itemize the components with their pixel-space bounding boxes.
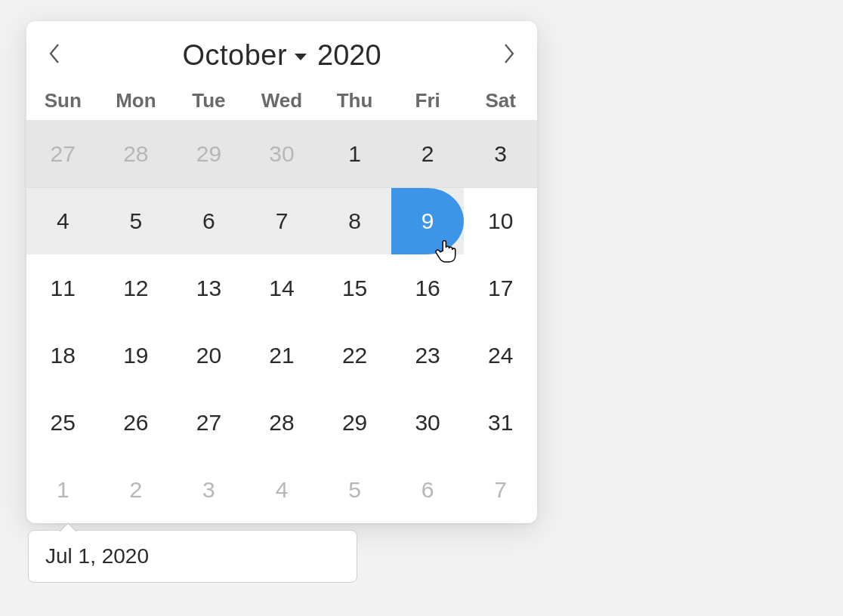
day-number: 30 xyxy=(415,410,440,436)
day-cell[interactable]: 17 xyxy=(464,254,537,322)
day-cell[interactable]: 4 xyxy=(26,187,100,254)
calendar-grid: 2728293012345678910111213141516171819202… xyxy=(26,120,537,523)
day-cell[interactable]: 27 xyxy=(172,389,245,456)
day-cell[interactable]: 15 xyxy=(318,254,391,322)
day-number: 2 xyxy=(422,141,434,167)
day-cell[interactable]: 28 xyxy=(245,389,319,456)
day-cell[interactable]: 24 xyxy=(464,322,537,389)
day-number: 12 xyxy=(123,276,148,301)
day-number: 14 xyxy=(269,276,294,301)
day-cell[interactable]: 30 xyxy=(391,389,465,456)
month-label: October xyxy=(182,39,287,72)
day-number: 5 xyxy=(348,477,361,503)
chevron-right-icon xyxy=(502,42,516,68)
weekday-header: Sun xyxy=(26,89,100,112)
day-cell[interactable]: 6 xyxy=(172,187,245,254)
day-cell[interactable]: 1 xyxy=(318,120,391,187)
date-input[interactable]: Jul 1, 2020 xyxy=(28,530,357,583)
day-number: 5 xyxy=(130,208,143,234)
day-number: 3 xyxy=(202,477,215,503)
day-number: 23 xyxy=(415,343,440,368)
calendar-row: 27282930123 xyxy=(26,120,537,187)
prev-month-button[interactable] xyxy=(36,36,73,74)
day-number: 29 xyxy=(196,141,221,167)
date-picker-popover: October 2020 Sun Mon Tue Wed Thu Fri Sat xyxy=(26,21,537,523)
day-number: 6 xyxy=(202,208,215,234)
day-cell[interactable]: 14 xyxy=(245,254,319,322)
day-number: 31 xyxy=(488,410,513,436)
day-number: 15 xyxy=(342,276,367,301)
day-number: 22 xyxy=(342,343,367,368)
day-number: 9 xyxy=(422,208,434,234)
day-cell[interactable]: 18 xyxy=(26,322,100,389)
day-cell[interactable]: 13 xyxy=(172,254,245,322)
day-cell[interactable]: 5 xyxy=(100,187,173,254)
calendar-row: 1234567 xyxy=(26,456,537,523)
day-cell[interactable]: 6 xyxy=(391,456,465,523)
day-number: 1 xyxy=(57,477,69,503)
chevron-left-icon xyxy=(48,42,61,68)
day-number: 29 xyxy=(342,410,367,436)
day-cell[interactable]: 28 xyxy=(100,120,173,187)
day-cell[interactable]: 29 xyxy=(318,389,391,456)
day-cell[interactable]: 26 xyxy=(100,389,173,456)
day-number: 17 xyxy=(488,276,513,301)
calendar-row: 18192021222324 xyxy=(26,322,537,389)
day-cell[interactable]: 3 xyxy=(464,120,537,187)
day-cell[interactable]: 8 xyxy=(318,187,391,254)
day-cell[interactable]: 21 xyxy=(245,322,319,389)
day-cell[interactable]: 7 xyxy=(464,456,537,523)
day-cell[interactable]: 11 xyxy=(26,254,100,322)
day-cell[interactable]: 29 xyxy=(172,120,245,187)
day-cell[interactable]: 30 xyxy=(245,120,319,187)
day-cell[interactable]: 5 xyxy=(318,456,391,523)
day-number: 25 xyxy=(51,410,76,436)
weekday-header: Tue xyxy=(172,89,245,112)
day-number: 1 xyxy=(348,141,361,167)
day-number: 4 xyxy=(276,477,289,503)
day-number: 21 xyxy=(269,343,294,368)
next-month-button[interactable] xyxy=(490,36,528,74)
day-number: 8 xyxy=(348,208,361,234)
day-cell[interactable]: 27 xyxy=(26,120,100,187)
day-cell[interactable]: 31 xyxy=(464,389,537,456)
day-cell[interactable]: 3 xyxy=(172,456,245,523)
day-cell[interactable]: 9 xyxy=(391,187,465,254)
day-cell[interactable]: 16 xyxy=(391,254,465,322)
day-cell[interactable]: 20 xyxy=(172,322,245,389)
weekday-header: Thu xyxy=(318,89,391,112)
day-number: 28 xyxy=(269,410,294,436)
day-cell[interactable]: 2 xyxy=(391,120,465,187)
day-number: 19 xyxy=(123,343,148,368)
day-cell[interactable]: 22 xyxy=(318,322,391,389)
day-cell[interactable]: 19 xyxy=(100,322,173,389)
day-number: 24 xyxy=(488,343,513,368)
day-number: 10 xyxy=(488,208,513,234)
day-number: 20 xyxy=(196,343,221,368)
popover-arrow xyxy=(60,524,76,531)
day-number: 2 xyxy=(130,477,143,503)
day-number: 4 xyxy=(57,208,69,234)
day-cell[interactable]: 1 xyxy=(26,456,100,523)
day-number: 11 xyxy=(51,276,76,301)
day-number: 7 xyxy=(494,477,507,503)
day-cell[interactable]: 25 xyxy=(26,389,100,456)
day-number: 26 xyxy=(123,410,148,436)
day-cell[interactable]: 4 xyxy=(245,456,319,523)
day-number: 6 xyxy=(422,477,434,503)
calendar-row: 11121314151617 xyxy=(26,254,537,322)
calendar-row: 45678910 xyxy=(26,187,537,254)
day-number: 30 xyxy=(269,141,294,167)
calendar-header: October 2020 xyxy=(26,21,537,89)
month-select[interactable]: October xyxy=(182,39,307,72)
year-select[interactable]: 2020 xyxy=(317,39,381,72)
day-cell[interactable]: 12 xyxy=(100,254,173,322)
date-input-value: Jul 1, 2020 xyxy=(45,544,149,568)
calendar-row: 25262728293031 xyxy=(26,389,537,456)
weekday-header: Mon xyxy=(100,89,173,112)
day-cell[interactable]: 23 xyxy=(391,322,465,389)
day-number: 18 xyxy=(51,343,76,368)
day-cell[interactable]: 10 xyxy=(464,187,537,254)
day-cell[interactable]: 7 xyxy=(245,187,319,254)
day-cell[interactable]: 2 xyxy=(100,456,173,523)
